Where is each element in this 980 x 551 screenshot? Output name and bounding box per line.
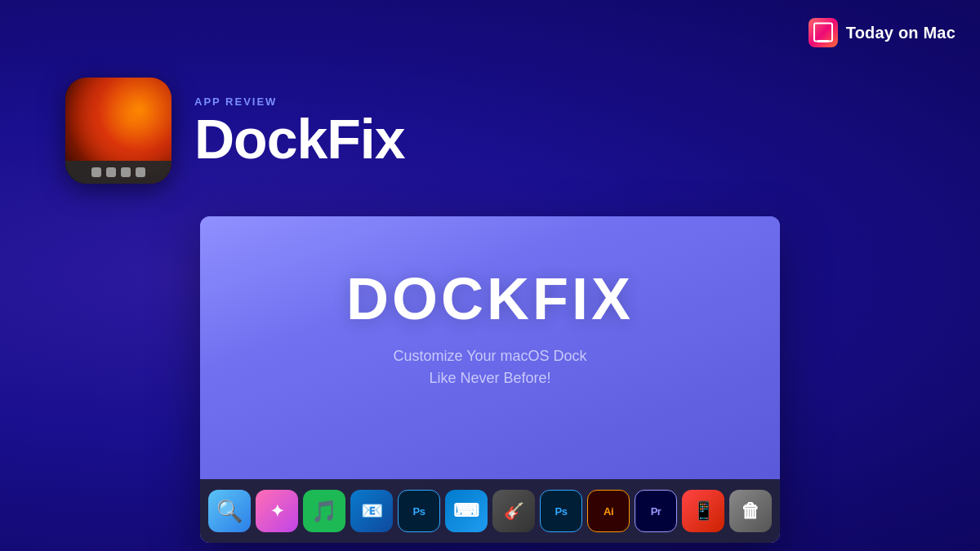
dock-dot-2 <box>106 167 116 177</box>
preview-card: DOCKFIX Customize Your macOS Dock Like N… <box>200 216 780 543</box>
dock-icon-ai: Ai <box>587 490 630 532</box>
dock-dot-3 <box>121 167 131 177</box>
dock-icon-instruments: 🎸 <box>492 490 535 532</box>
brand-badge: Today on Mac <box>808 18 956 47</box>
preview-title: DOCKFIX <box>346 265 634 332</box>
dock-icon-spotify: 🎵 <box>303 490 345 532</box>
dock-icon-trash: 🗑 <box>729 490 772 532</box>
preview-inner: DOCKFIX Customize Your macOS Dock Like N… <box>200 216 780 543</box>
dock-icon-finder: 🔍 <box>208 490 251 532</box>
brand-text: Today on Mac <box>846 24 956 42</box>
app-name: DockFix <box>194 111 405 167</box>
app-title-area: APP REVIEW DockFix <box>194 96 405 167</box>
dock-icon-pr: Pr <box>635 490 677 532</box>
app-icon <box>65 78 172 184</box>
preview-dock: 🔍 ✦ 🎵 📧 Ps ⌨ 🎸 <box>200 479 780 543</box>
dock-icon-outlook: 📧 <box>350 490 393 532</box>
dock-dot-4 <box>136 167 145 177</box>
dock-icon-ps-beta: Ps <box>398 490 440 532</box>
preview-subtitle-line2: Like Never Before! <box>429 370 550 386</box>
dock-icon-notchmeister: ✦ <box>256 490 298 532</box>
dock-icon-ps: Ps <box>540 490 582 532</box>
preview-subtitle: Customize Your macOS Dock Like Never Bef… <box>393 345 586 389</box>
dock-icon-bezel: 📱 <box>682 490 724 532</box>
brand-icon <box>808 18 838 47</box>
app-review-label: APP REVIEW <box>194 96 405 108</box>
preview-subtitle-line1: Customize Your macOS Dock <box>393 348 586 364</box>
dock-icon-vscode: ⌨ <box>445 490 488 532</box>
app-icon-dock-bar <box>65 161 172 184</box>
app-header: APP REVIEW DockFix <box>65 78 405 184</box>
dock-dot-1 <box>91 167 101 177</box>
